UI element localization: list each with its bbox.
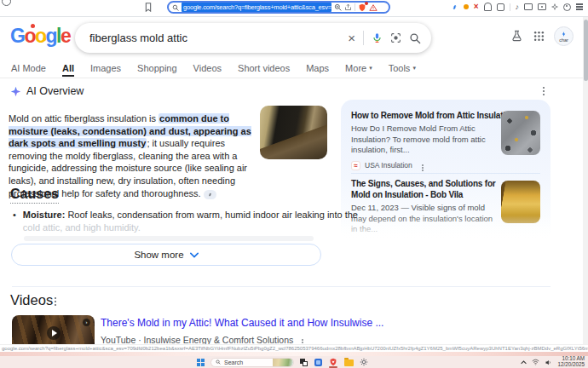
page-scrollbar[interactable] xyxy=(583,17,588,344)
globe-icon xyxy=(351,240,359,241)
show-more-button[interactable]: Show more xyxy=(11,244,321,266)
brave-browser-icon[interactable] xyxy=(329,358,337,366)
taskbar-search-label: Search xyxy=(224,359,269,365)
doodle-ornament-red xyxy=(31,24,35,28)
card-menu-icon[interactable] xyxy=(422,164,424,166)
chevron-down-icon xyxy=(190,252,199,258)
bullet-text-line1: Roof leaks, condensation from warm, humi… xyxy=(65,210,358,220)
wifi-icon[interactable] xyxy=(532,359,539,365)
window-dot-icon[interactable] xyxy=(538,3,546,10)
tab-all[interactable]: All xyxy=(62,63,74,77)
tab-tools[interactable]: Tools▾ xyxy=(389,63,416,77)
tab-short-videos[interactable]: Short videos xyxy=(238,63,290,77)
searchbar-divider xyxy=(363,31,364,45)
menu-icon[interactable] xyxy=(576,3,583,9)
watch-later-icon[interactable]: › xyxy=(83,319,90,326)
windows-start-button[interactable] xyxy=(197,359,205,366)
address-bar[interactable]: google.com/search?q=fiberglass+mold+atti… xyxy=(167,1,390,14)
apps-grid-icon[interactable] xyxy=(533,31,545,42)
result-tabs: AI Mode All Images Shopping Videos Short… xyxy=(11,61,416,77)
system-tray: 10:10 AM 12/20/2025 xyxy=(521,356,585,368)
card-divider xyxy=(351,173,540,174)
tab-maps[interactable]: Maps xyxy=(306,63,329,77)
share-icon[interactable] xyxy=(344,3,352,11)
omnibox-divider xyxy=(355,3,355,11)
sparkle-toolbar-icon[interactable] xyxy=(551,3,558,10)
brave-shield-icon[interactable] xyxy=(358,3,366,12)
shield-badge xyxy=(365,2,368,5)
tab-ai-mode[interactable]: AI Mode xyxy=(11,63,46,77)
screen: google.com/search?q=fiberglass+mold+atti… xyxy=(0,0,588,368)
causes-bullet: Moisture: Roof leaks, condensation from … xyxy=(13,209,354,234)
clear-search-icon[interactable]: × xyxy=(348,32,355,44)
tabs-divider xyxy=(0,78,588,78)
bullet-dot xyxy=(13,209,16,234)
tab-shopping[interactable]: Shopping xyxy=(137,63,177,77)
target-icon[interactable] xyxy=(563,3,571,11)
orange-extension-icon[interactable] xyxy=(464,4,469,9)
bullet-label: Moisture: xyxy=(23,210,66,220)
ai-overview-label: AI Overview xyxy=(26,85,84,97)
labs-flask-icon[interactable] xyxy=(510,29,523,43)
ghost-extension-icon[interactable] xyxy=(484,3,492,11)
taskbar-clock[interactable]: 10:10 AM 12/20/2025 xyxy=(557,356,585,368)
tray-chevron-up-icon[interactable] xyxy=(521,360,527,365)
scrollbar-thumb[interactable] xyxy=(584,20,588,81)
card-thumbnail[interactable] xyxy=(501,181,540,223)
tab-more[interactable]: More▾ xyxy=(345,63,372,77)
warning-triangle-icon[interactable] xyxy=(369,3,378,12)
paragraph-text: Mold on attic fiberglass insulation is xyxy=(9,113,159,124)
card-title[interactable]: How to Remove Mold from Attic Insulation xyxy=(351,110,503,121)
blue-app-icon[interactable] xyxy=(314,359,322,366)
video-title-link[interactable]: There's Mold in my Attic! What Caused it… xyxy=(101,317,467,329)
source-name[interactable]: www.bobvila.com xyxy=(363,240,419,242)
link-extension-icon[interactable] xyxy=(451,3,458,11)
reload-icon[interactable] xyxy=(2,0,11,6)
ai-sparkle-icon xyxy=(10,86,21,97)
videos-heading: Videos xyxy=(10,292,53,308)
taskbar: Search 10:10 AM 12/20/2025 xyxy=(0,356,588,368)
zoom-icon[interactable] xyxy=(334,3,342,11)
clock-date: 12/20/2025 xyxy=(557,362,585,368)
speaker-icon[interactable] xyxy=(545,359,552,366)
music-note-icon[interactable]: ♪ xyxy=(516,3,520,11)
bullet-text-line2: cold attic, and high humidity. xyxy=(23,221,358,234)
ai-overview-menu-icon[interactable] xyxy=(543,87,545,89)
search-query[interactable]: fiberglass mold attic xyxy=(89,32,340,44)
taskbar-search[interactable]: Search xyxy=(210,358,294,367)
ai-overview-image[interactable] xyxy=(260,106,327,159)
profile-avatar[interactable]: char xyxy=(554,26,574,46)
red-x-extension-icon[interactable]: × xyxy=(474,3,479,11)
card-source-row: ≈ USA Insulation xyxy=(351,161,540,170)
tab-videos[interactable]: Videos xyxy=(193,63,222,77)
faded-text-line xyxy=(24,236,314,241)
card-thumbnail[interactable] xyxy=(501,111,540,155)
microphone-icon[interactable] xyxy=(372,32,383,43)
box-extension-icon[interactable] xyxy=(497,3,504,11)
omnibox-search-icon xyxy=(172,4,179,11)
google-lens-icon[interactable] xyxy=(390,32,401,43)
causes-heading: Causes xyxy=(10,187,59,204)
url-text-selected[interactable]: google.com/search?q=fiberglass+mold+atti… xyxy=(182,3,331,12)
task-view-icon[interactable] xyxy=(300,359,308,366)
bookmark-icon[interactable] xyxy=(145,3,152,12)
window-icon[interactable] xyxy=(524,3,533,10)
file-explorer-icon[interactable] xyxy=(344,359,354,366)
videos-menu-icon[interactable] xyxy=(55,297,56,299)
play-icon[interactable] xyxy=(47,326,61,340)
settings-gear-icon[interactable] xyxy=(360,358,368,366)
source-name[interactable]: USA Insulation xyxy=(365,161,412,170)
doodle-ornament-yellow xyxy=(43,37,46,41)
show-more-label: Show more xyxy=(134,250,183,260)
citation-link-icon[interactable] xyxy=(204,190,216,199)
taskbar-search-image[interactable] xyxy=(273,358,293,367)
tab-images[interactable]: Images xyxy=(90,63,121,77)
search-submit-icon[interactable] xyxy=(409,32,421,44)
ai-overview-header: AI Overview xyxy=(10,85,84,97)
video-menu-icon[interactable] xyxy=(302,339,303,341)
section-divider xyxy=(12,286,551,287)
card-title[interactable]: The Signs, Causes, and Solutions for Mol… xyxy=(351,178,503,200)
search-bar[interactable]: fiberglass mold attic × xyxy=(75,23,431,53)
google-logo[interactable]: Google xyxy=(10,26,70,47)
chevron-down-icon: ▾ xyxy=(369,65,372,72)
